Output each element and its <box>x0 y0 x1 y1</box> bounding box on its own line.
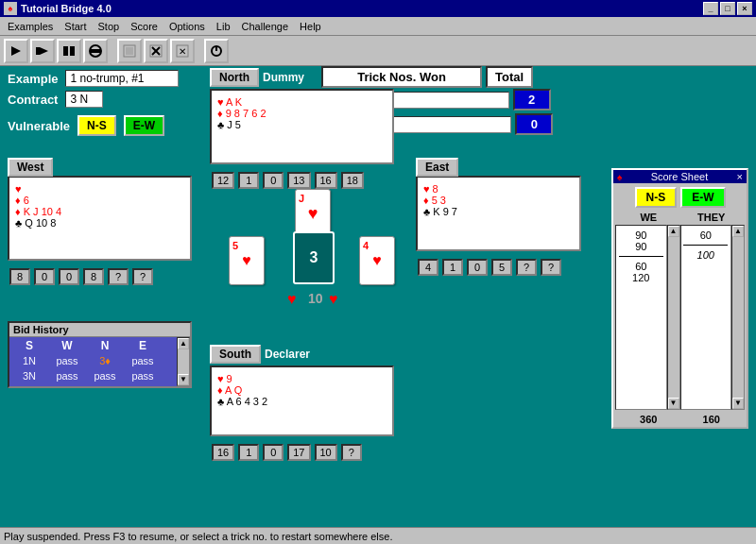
south-play-suit2: ♥ <box>329 291 338 308</box>
app-icon: ♠ <box>4 2 17 15</box>
west-num-1[interactable]: 8 <box>9 268 30 285</box>
north-num-5[interactable]: 16 <box>315 172 337 189</box>
north-num-4[interactable]: 13 <box>287 172 310 189</box>
maximize-button[interactable]: □ <box>720 2 735 15</box>
they-header: THEY <box>685 212 737 223</box>
menu-challenge[interactable]: Challenge <box>236 18 295 35</box>
bid-scrollbar[interactable]: ▲ ▼ <box>177 337 190 386</box>
toolbar: ✕ <box>0 36 756 66</box>
south-num-3[interactable]: 0 <box>263 444 284 461</box>
north-num-3[interactable]: 0 <box>263 172 284 189</box>
svg-rect-2 <box>36 47 40 55</box>
toolbar-btn-4[interactable] <box>83 39 108 63</box>
east-play-card: 4 ♥ <box>359 236 395 285</box>
south-num-4[interactable]: 17 <box>287 444 310 461</box>
menu-help[interactable]: Help <box>294 18 327 35</box>
score-ew-btn[interactable]: E-W <box>680 187 725 208</box>
east-num-3[interactable]: 0 <box>467 259 488 276</box>
score-sheet: ♠ Score Sheet × N-S E-W WE THEY 90 90 60… <box>611 168 748 429</box>
west-num-2[interactable]: 0 <box>34 268 55 285</box>
south-num-1[interactable]: 16 <box>212 444 234 461</box>
south-sublabel: Declarer <box>265 348 310 361</box>
score-title-icon: ♠ <box>617 172 622 182</box>
bid-row-1: 1N pass 3♦ pass <box>11 354 175 367</box>
status-text: Play suspended. Press F3 to resume, or s… <box>4 531 392 542</box>
menu-lib[interactable]: Lib <box>211 18 236 35</box>
north-card-2-value: 9 8 7 6 2 <box>226 108 266 119</box>
close-button[interactable]: × <box>737 2 752 15</box>
north-sublabel: Dummy <box>263 71 304 84</box>
toolbar-btn-5[interactable] <box>117 39 142 63</box>
toolbar-btn-7[interactable]: ✕ <box>170 39 195 63</box>
minimize-button[interactable]: _ <box>703 2 718 15</box>
north-num-2[interactable]: 1 <box>238 172 259 189</box>
toolbar-btn-6[interactable] <box>144 39 168 63</box>
west-num-4[interactable]: 8 <box>83 268 104 285</box>
ns-total-value: 2 <box>513 89 551 110</box>
west-num-3[interactable]: 0 <box>59 268 79 285</box>
west-num-6[interactable]: ? <box>132 268 153 285</box>
bid-history: Bid History S W N E 1N pass 3♦ pass <box>8 321 192 388</box>
bid-r1-w: pass <box>49 354 85 367</box>
east-num-2[interactable]: 1 <box>442 259 463 276</box>
contract-value: 3 N <box>65 91 103 108</box>
east-num-4[interactable]: 5 <box>491 259 512 276</box>
east-num-5[interactable]: ? <box>516 259 537 276</box>
svg-rect-5 <box>70 46 75 56</box>
score-ns-btn[interactable]: N-S <box>635 187 678 208</box>
they-scrollbar[interactable]: ▲ ▼ <box>731 225 745 410</box>
west-num-5[interactable]: ? <box>108 268 129 285</box>
vulnerable-label: Vulnerable <box>8 119 70 133</box>
example-value: 1 no-trump, #1 <box>65 70 179 87</box>
title-controls: _ □ × <box>703 2 752 15</box>
menu-examples[interactable]: Examples <box>2 18 59 35</box>
bid-col-s: S <box>11 339 47 352</box>
south-play-suit1: ♥ <box>287 291 297 308</box>
east-num-1[interactable]: 4 <box>418 259 438 276</box>
bid-r1-e: pass <box>125 354 161 367</box>
south-num-2[interactable]: 1 <box>238 444 259 461</box>
south-num-6[interactable]: ? <box>341 444 362 461</box>
north-card-1-suit: ♥ <box>217 96 224 108</box>
score-title-bar: ♠ Score Sheet × <box>613 170 747 183</box>
ew-total-value: 0 <box>515 113 553 135</box>
toolbar-btn-2[interactable] <box>30 39 55 63</box>
we-scrollbar[interactable]: ▲ ▼ <box>667 225 680 410</box>
menu-start[interactable]: Start <box>59 18 92 35</box>
score-ns-ew-row: N-S E-W <box>613 183 747 212</box>
toolbar-btn-8[interactable] <box>204 39 229 63</box>
score-close-btn[interactable]: × <box>737 171 743 182</box>
title-bar: ♠ Tutorial Bridge 4.0 _ □ × <box>0 0 756 17</box>
they-column: 60 100 <box>680 225 732 410</box>
bid-col-e: E <box>125 339 161 352</box>
ew-vulnerable-btn[interactable]: E-W <box>124 115 164 136</box>
menu-score[interactable]: Score <box>125 18 163 35</box>
menu-stop[interactable]: Stop <box>93 18 126 35</box>
svg-rect-7 <box>91 49 100 53</box>
we-total: 360 <box>640 414 657 425</box>
west-play-card: 5 ♥ <box>229 236 265 285</box>
status-bar: Play suspended. Press F3 to resume, or s… <box>0 527 756 544</box>
menu-options[interactable]: Options <box>163 18 211 35</box>
south-cards: ♥ 9 ♦ A Q ♣ A 6 4 3 2 <box>210 366 394 436</box>
bid-r2-s: 3N <box>11 369 47 382</box>
bid-row-2: 3N pass pass pass <box>11 369 175 382</box>
toolbar-btn-1[interactable] <box>4 39 28 63</box>
ns-vulnerable-btn[interactable]: N-S <box>77 115 116 136</box>
svg-marker-9 <box>126 47 133 55</box>
toolbar-btn-3[interactable] <box>57 39 81 63</box>
north-num-6[interactable]: 18 <box>341 172 364 189</box>
app-title: Tutorial Bridge 4.0 <box>21 3 112 14</box>
bid-r2-n: pass <box>87 369 123 382</box>
center-play-card: 3 <box>293 231 335 284</box>
east-label: East <box>416 158 458 177</box>
east-num-6[interactable]: ? <box>541 259 561 276</box>
score-content: 90 90 60 120 ▲ ▼ 60 100 ▲ ▼ <box>613 223 747 412</box>
south-num-5[interactable]: 10 <box>315 444 337 461</box>
north-num-1[interactable]: 12 <box>212 172 234 189</box>
west-cards: ♥ ♦ 6 ♦ K J 10 4 ♣ Q 10 8 <box>8 176 192 261</box>
north-card-1-value: A K <box>226 96 242 108</box>
south-play-value: 10 <box>308 291 323 306</box>
play-area: J ♥ 5 ♥ 3 4 ♥ ♥ 10 ♥ <box>219 189 408 340</box>
score-headers: WE THEY <box>613 212 747 223</box>
